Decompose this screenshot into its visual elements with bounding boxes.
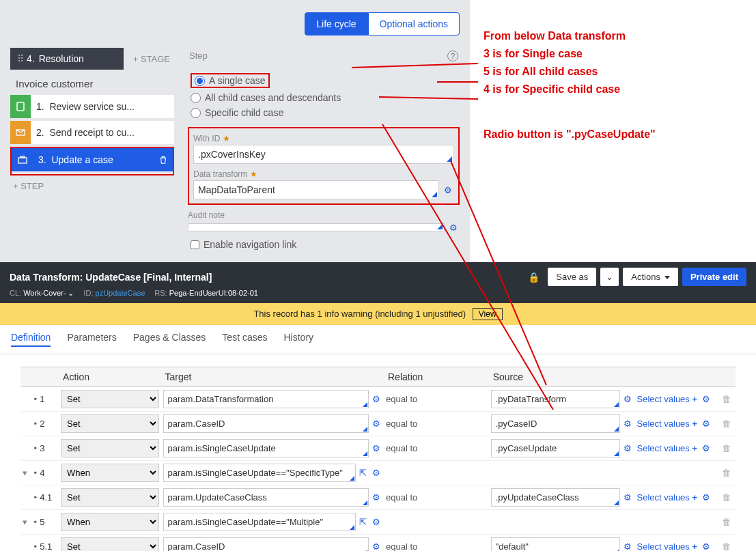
private-edit-button[interactable]: Private edit	[682, 268, 746, 286]
target-input[interactable]: param.CaseID	[163, 537, 369, 551]
gear-icon[interactable]: ⚙	[702, 541, 710, 551]
relation-text	[384, 510, 489, 535]
gear-icon[interactable]: ⚙	[371, 517, 382, 527]
tab-test-cases[interactable]: Test cases	[222, 332, 267, 347]
radio-input-specific[interactable]	[191, 108, 201, 118]
gear-icon[interactable]: ⚙	[371, 468, 382, 478]
radio-all-children[interactable]: All child cases and descendants	[191, 90, 457, 105]
relation-text: equal to	[384, 436, 489, 461]
delete-row-button[interactable]: 🗑	[722, 492, 731, 503]
add-step-button[interactable]: + STEP	[10, 175, 174, 197]
save-as-dropdown[interactable]: ⌄	[600, 268, 619, 286]
delete-row-button[interactable]: 🗑	[722, 517, 731, 527]
expand-toggle[interactable]: ▾	[20, 510, 32, 535]
tab-history[interactable]: History	[283, 332, 313, 347]
rs-label: RS:	[154, 289, 167, 297]
select-values-link[interactable]: Select values +	[637, 492, 698, 503]
action-select[interactable]: Set	[61, 390, 159, 408]
enable-nav-checkbox[interactable]	[191, 240, 199, 249]
radio-specific-child[interactable]: Specific child case	[191, 105, 457, 120]
with-id-input[interactable]: .pxCoverInsKey	[193, 145, 454, 164]
select-values-link[interactable]: Select values +	[637, 394, 698, 404]
expand-toggle	[20, 412, 32, 436]
gear-icon[interactable]: ⚙	[702, 419, 710, 429]
action-select[interactable]: Set	[61, 537, 159, 551]
target-input[interactable]: param.isSingleCaseUpdate=="Multiple"	[163, 513, 356, 531]
cl-label: CL:	[10, 289, 21, 297]
target-input[interactable]: param.CaseID	[163, 414, 369, 433]
source-input[interactable]: .pyDataTransform	[491, 390, 620, 408]
audit-note-input[interactable]	[188, 223, 445, 231]
process-name: Invoice customer	[10, 70, 174, 95]
gear-icon[interactable]: ⚙	[622, 394, 633, 404]
tab-definition[interactable]: Definition	[11, 332, 51, 347]
target-input[interactable]: param.UpdateCaseClass	[163, 488, 369, 507]
gear-icon[interactable]: ⚙	[622, 541, 633, 551]
step-row-3[interactable]: 3. Update a case	[12, 148, 173, 171]
action-select[interactable]: Set	[61, 414, 159, 433]
actions-button[interactable]: Actions	[623, 268, 678, 286]
header-target: Target	[161, 367, 384, 387]
email-icon	[10, 121, 31, 144]
audit-note-label: Audit note	[188, 209, 460, 221]
save-as-button[interactable]: Save as	[548, 268, 596, 286]
gear-icon[interactable]: ⚙	[622, 492, 633, 503]
stage-header[interactable]: ⠿ 4. Resolution	[10, 48, 124, 70]
radio-input-single[interactable]	[195, 76, 205, 86]
tab-parameters[interactable]: Parameters	[67, 332, 116, 347]
cl-value[interactable]: Work-Cover-	[23, 289, 66, 297]
source-input[interactable]: .pyUpdateCaseClass	[491, 488, 620, 507]
delete-step-button[interactable]	[154, 149, 172, 171]
radio-single-case[interactable]: A single case	[191, 71, 457, 90]
target-input[interactable]: param.isSingleCaseUpdate=="SpecificType"	[163, 464, 356, 482]
radio-input-all[interactable]	[191, 93, 201, 103]
gear-icon[interactable]: ⚙	[702, 443, 710, 453]
action-select[interactable]: Set	[61, 488, 159, 507]
delete-row-button[interactable]: 🗑	[722, 541, 731, 551]
gear-icon[interactable]: ⚙	[371, 443, 382, 453]
relation-text: equal to	[384, 535, 489, 552]
warning-bar: This record has 1 info warning (includin…	[0, 303, 756, 325]
open-icon[interactable]: ⇱	[358, 468, 369, 478]
relation-text: equal to	[384, 412, 489, 436]
delete-row-button[interactable]: 🗑	[722, 443, 731, 453]
select-values-link[interactable]: Select values +	[637, 443, 698, 453]
action-select[interactable]: When	[61, 464, 159, 482]
help-icon[interactable]: ?	[447, 51, 458, 61]
step-row-2[interactable]: 2. Send receipt to cu...	[10, 121, 174, 144]
source-input[interactable]: .pyCaseUpdate	[491, 439, 620, 457]
gear-icon[interactable]: ⚙	[371, 394, 382, 404]
open-icon[interactable]: ⇱	[358, 517, 369, 527]
step-row-1[interactable]: 1. Review service su...	[10, 95, 174, 118]
delete-row-button[interactable]: 🗑	[722, 468, 731, 478]
select-values-link[interactable]: Select values +	[637, 419, 698, 429]
gear-icon[interactable]: ⚙	[371, 492, 382, 503]
delete-row-button[interactable]: 🗑	[722, 419, 731, 429]
action-select[interactable]: Set	[61, 439, 159, 457]
gear-icon[interactable]: ⚙	[622, 443, 633, 453]
add-stage-button[interactable]: + STAGE	[129, 48, 174, 70]
select-values-link[interactable]: Select values +	[637, 541, 698, 551]
gear-icon[interactable]: ⚙	[371, 419, 382, 429]
enable-nav-checkbox-row[interactable]: Enable navigation link	[188, 234, 460, 255]
tab-optional-actions[interactable]: Optional actions	[368, 12, 460, 36]
target-input[interactable]: param.isSingleCaseUpdate	[163, 439, 369, 457]
header-action: Action	[59, 367, 161, 387]
gear-icon[interactable]: ⚙	[702, 492, 710, 503]
gear-icon[interactable]: ⚙	[702, 394, 710, 404]
tab-life-cycle[interactable]: Life cycle	[305, 12, 367, 36]
view-warnings-button[interactable]: View	[473, 308, 503, 320]
gear-icon[interactable]: ⚙	[442, 184, 454, 196]
data-transform-input[interactable]: MapDataToParent	[193, 180, 439, 199]
delete-row-button[interactable]: 🗑	[722, 394, 731, 404]
tab-pages-classes[interactable]: Pages & Classes	[133, 332, 206, 347]
gear-icon[interactable]: ⚙	[447, 221, 460, 234]
expand-toggle[interactable]: ▾	[20, 461, 32, 485]
target-input[interactable]: param.DataTransformation	[163, 390, 369, 408]
gear-icon[interactable]: ⚙	[371, 541, 382, 551]
source-input[interactable]: "default"	[491, 537, 620, 551]
gear-icon[interactable]: ⚙	[622, 419, 633, 429]
action-select[interactable]: When	[61, 513, 159, 531]
drag-icon: ⠿	[17, 53, 23, 64]
source-input[interactable]: .pyCaseID	[491, 414, 620, 433]
